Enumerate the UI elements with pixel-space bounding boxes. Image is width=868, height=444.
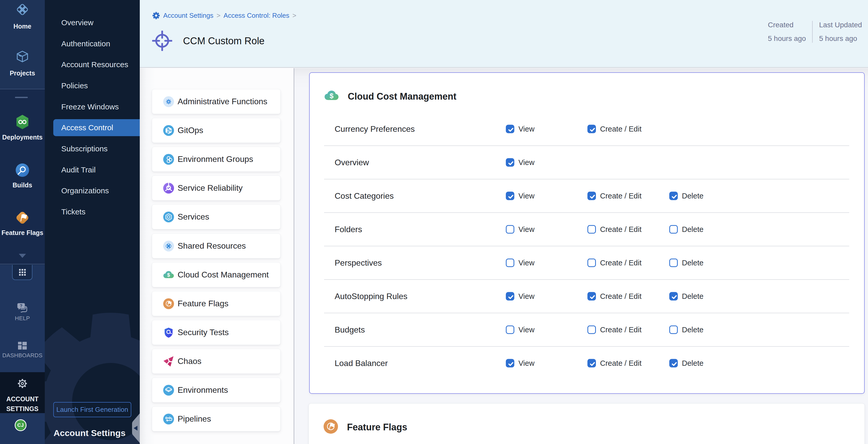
pipelines-icon [163,414,174,424]
page-header: Account Settings > Access Control: Roles… [140,0,868,68]
drag-handle[interactable] [15,97,28,98]
main-area: Account Settings > Access Control: Roles… [140,0,868,444]
permission-cell: View [506,192,534,200]
meta-updated-label: Last Updated [819,21,862,29]
create-edit-checkbox[interactable] [587,292,596,300]
panel-title: Cloud Cost Management [348,91,456,102]
sidebar-collapse-button[interactable] [132,412,140,444]
avatar[interactable]: CJ [15,419,27,431]
create-edit-checkbox[interactable] [587,359,596,368]
resource-card-administrative-functions[interactable]: Administrative Functions [152,89,281,114]
sidebar-item-account-settings[interactable]: ACCOUNTSETTINGS [0,372,45,413]
permission-cell: Create / Edit [587,326,642,334]
view-checkbox[interactable] [506,292,514,300]
menu-item-audit-trail[interactable]: Audit Trail [45,159,140,181]
gear-outline-icon [17,378,28,390]
delete-checkbox[interactable] [669,359,678,368]
resource-card-environments[interactable]: Environments [152,378,281,403]
sidebar-item-feature-flags[interactable]: Feature Flags [0,211,45,236]
sidebar-item-builds[interactable]: Builds [0,163,45,189]
create-edit-checkbox[interactable] [587,326,596,334]
meta-created: Created 5 hours ago [768,21,806,43]
permission-row-folders: Folders View Create / Edit Delete [310,213,864,246]
sidebar-title: Account Settings [54,428,126,438]
menu-item-freeze-windows[interactable]: Freeze Windows [45,96,140,117]
sidebar-item-dashboards[interactable]: DASHBOARDS [0,342,45,359]
view-checkbox[interactable] [506,359,514,368]
menu-item-access-control[interactable]: Access Control [45,117,140,138]
sidebar-item-deployments[interactable]: Deployments [0,115,45,141]
resource-card-feature-flags[interactable]: Feature Flags [152,291,281,316]
create-edit-checkbox[interactable] [587,225,596,234]
view-checkbox[interactable] [506,225,514,234]
services-icon [163,212,174,222]
delete-checkbox[interactable] [669,225,678,234]
permission-cell: View [506,259,534,267]
view-checkbox[interactable] [506,125,514,133]
cloud-cost-icon [163,269,174,280]
resource-card-environment-groups[interactable]: Environment Groups [152,147,281,172]
create-edit-checkbox[interactable] [587,125,596,133]
permission-cell: Create / Edit [587,192,642,200]
help-chat-icon: ? [17,303,28,314]
menu-item-authentication[interactable]: Authentication [45,33,140,54]
sidebar-section-modules: Deployments Builds [0,90,45,264]
permission-cell: Delete [669,292,704,300]
breadcrumb-link-account-settings[interactable]: Account Settings [163,11,213,20]
chevron-down-icon[interactable] [18,253,27,259]
view-checkbox[interactable] [506,192,514,200]
menu-item-policies[interactable]: Policies [45,75,140,96]
deployments-hexagon-icon [16,115,29,130]
view-checkbox[interactable] [506,326,514,334]
create-edit-checkbox[interactable] [587,192,596,200]
menu-item-tickets[interactable]: Tickets [45,201,140,222]
sidebar-item-projects[interactable]: Projects [0,50,45,77]
sidebar-item-label: DASHBOARDS [2,352,42,359]
breadcrumb: Account Settings > Access Control: Roles… [152,11,296,20]
menu-item-overview[interactable]: Overview [45,12,140,33]
view-checkbox[interactable] [506,259,514,267]
security-shield-icon [163,327,174,338]
resource-card-shared-resources[interactable]: Shared Resources [152,233,281,258]
create-edit-checkbox[interactable] [587,259,596,267]
permission-cell: Create / Edit [587,125,642,133]
meta-updated-value: 5 hours ago [819,34,862,43]
permissions-pane: $ Cloud Cost Management Currency Prefere… [294,68,868,444]
content: Administrative Functions [140,68,868,444]
resource-card-services[interactable]: Services [152,204,281,229]
resource-card-cloud-cost-management[interactable]: Cloud Cost Management [152,262,281,287]
sidebar-section-lower: ? HELP DASHBOARDS [0,265,45,372]
feature-flags-circle-icon [163,298,174,309]
sidebar-item-help[interactable]: ? HELP [0,303,45,322]
builds-circle-icon [16,163,29,178]
meta-created-label: Created [768,21,806,29]
delete-checkbox[interactable] [669,259,678,267]
resource-card-gitops[interactable]: GitOps [152,118,281,143]
permission-cell: View [506,292,534,300]
menu-item-organizations[interactable]: Organizations [45,181,140,201]
meta-created-value: 5 hours ago [768,34,806,43]
view-checkbox[interactable] [506,158,514,167]
sidebar-item-home[interactable]: Home [0,2,45,30]
delete-checkbox[interactable] [669,326,678,334]
permission-cell: View [506,359,534,368]
permission-cell: Create / Edit [587,225,642,234]
resource-card-chaos[interactable]: Chaos [152,349,281,374]
permission-cell: Create / Edit [587,292,642,300]
permissions-panel-cloud-cost-management: $ Cloud Cost Management Currency Prefere… [309,72,865,394]
delete-checkbox[interactable] [669,192,678,200]
menu-item-subscriptions[interactable]: Subscriptions [45,138,140,159]
menu-item-account-resources[interactable]: Account Resources [45,54,140,75]
resource-card-security-tests[interactable]: Security Tests [152,320,281,345]
delete-checkbox[interactable] [669,292,678,300]
permission-rows: Currency Preferences View Create / Edit … [310,112,864,380]
module-grid-icon[interactable] [12,265,32,280]
breadcrumb-link-roles[interactable]: Access Control: Roles [223,11,289,20]
sidebar-section-top: Home Projects [0,0,45,89]
resource-card-service-reliability[interactable]: Service Reliability [152,176,281,200]
launch-first-generation-button[interactable]: Launch First Generation [53,402,131,417]
permission-cell: Delete [669,225,704,234]
resource-card-pipelines[interactable]: Pipelines [152,406,281,432]
environments-cube-icon [163,385,174,395]
environment-groups-icon [163,154,174,165]
